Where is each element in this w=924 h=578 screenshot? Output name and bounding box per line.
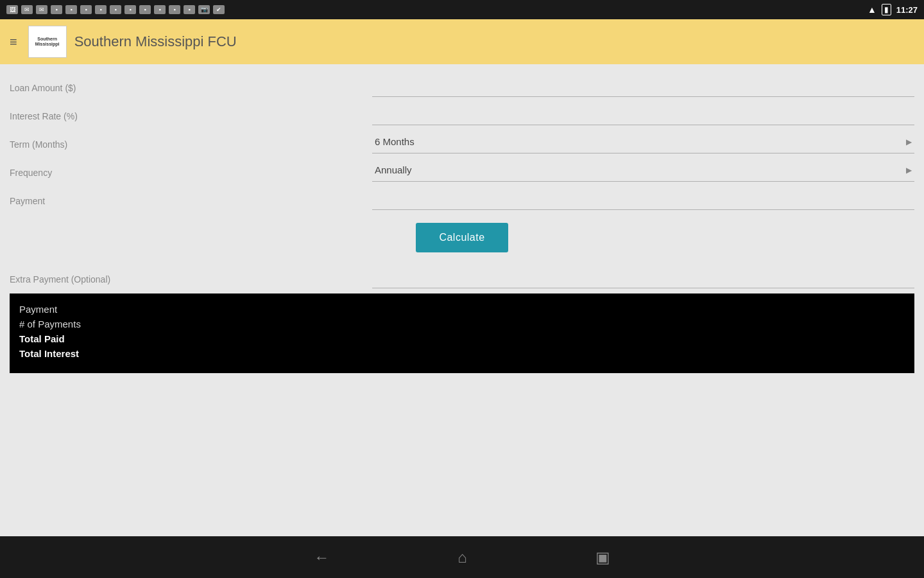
loan-amount-label: Loan Amount ($) [10, 83, 372, 97]
extra-payment-label: Extra Payment (Optional) [10, 274, 372, 288]
icon-app2: ▪ [65, 5, 77, 14]
home-button[interactable]: ⌂ [458, 548, 467, 566]
icon-app10: ▪ [184, 5, 195, 14]
logo: Southern Mississippi [28, 26, 67, 58]
icon-app8: ▪ [154, 5, 166, 14]
frequency-select[interactable]: Annually ▶ [372, 159, 914, 182]
icon-img: 🖼 [6, 5, 18, 14]
status-bar: 🖼 ✉ ✉ ▪ ▪ ▪ ▪ ▪ ▪ ▪ ▪ ▪ ▪ 📷 ✔ ▲ ▮ 11:27 [0, 0, 924, 19]
frequency-row: Frequency Annually ▶ [10, 159, 914, 182]
frequency-dropdown-arrow: ▶ [906, 166, 912, 175]
status-icons: 🖼 ✉ ✉ ▪ ▪ ▪ ▪ ▪ ▪ ▪ ▪ ▪ ▪ 📷 ✔ [6, 5, 225, 14]
result-payment: Payment [19, 304, 905, 315]
app-header: ≡ Southern Mississippi Southern Mississi… [0, 19, 924, 64]
calculate-button[interactable]: Calculate [416, 223, 508, 252]
result-total-paid: Total Paid [19, 333, 905, 344]
extra-payment-row: Extra Payment (Optional) [10, 265, 914, 288]
icon-app9: ▪ [169, 5, 180, 14]
icon-email2: ✉ [36, 5, 47, 14]
payment-input-wrapper[interactable] [372, 187, 914, 210]
frequency-value: Annually [375, 164, 906, 175]
interest-rate-input[interactable] [375, 108, 912, 119]
payment-row: Payment [10, 187, 914, 210]
nav-bar: ← ⌂ ▣ [0, 536, 924, 578]
icon-app7: ▪ [139, 5, 151, 14]
extra-payment-input[interactable] [375, 271, 912, 282]
payment-input[interactable] [375, 193, 912, 204]
results-panel: Payment # of Payments Total Paid Total I… [10, 293, 914, 373]
recent-button[interactable]: ▣ [595, 548, 610, 566]
main-content: Loan Amount ($) Interest Rate (%) Term (… [0, 64, 924, 383]
icon-app5: ▪ [110, 5, 121, 14]
calculate-btn-row: Calculate [10, 223, 914, 252]
interest-rate-input-wrapper[interactable] [372, 102, 914, 125]
status-right: ▲ ▮ 11:27 [868, 4, 918, 15]
term-label: Term (Months) [10, 139, 372, 153]
icon-app3: ▪ [80, 5, 92, 14]
extra-payment-input-wrapper[interactable] [372, 265, 914, 288]
menu-icon[interactable]: ≡ [6, 31, 21, 53]
term-select[interactable]: 6 Months ▶ [372, 130, 914, 153]
term-value: 6 Months [375, 136, 906, 147]
icon-check: ✔ [213, 5, 225, 14]
term-row: Term (Months) 6 Months ▶ [10, 130, 914, 153]
result-num-payments: # of Payments [19, 319, 905, 329]
frequency-label: Frequency [10, 168, 372, 182]
icon-cam: 📷 [198, 5, 210, 14]
interest-rate-label: Interest Rate (%) [10, 111, 372, 125]
loan-amount-input[interactable] [375, 80, 912, 91]
back-button[interactable]: ← [314, 548, 329, 566]
icon-email1: ✉ [21, 5, 33, 14]
payment-label: Payment [10, 196, 372, 210]
icon-app1: ▪ [51, 5, 62, 14]
result-total-interest: Total Interest [19, 348, 905, 359]
interest-rate-row: Interest Rate (%) [10, 102, 914, 125]
app-title: Southern Mississippi FCU [74, 33, 237, 50]
battery-icon: ▮ [882, 4, 891, 15]
icon-app4: ▪ [95, 5, 107, 14]
wifi-icon: ▲ [868, 4, 877, 15]
icon-app6: ▪ [124, 5, 136, 14]
term-dropdown-arrow: ▶ [906, 137, 912, 146]
loan-amount-row: Loan Amount ($) [10, 74, 914, 97]
time-display: 11:27 [896, 5, 918, 15]
loan-amount-input-wrapper[interactable] [372, 74, 914, 97]
